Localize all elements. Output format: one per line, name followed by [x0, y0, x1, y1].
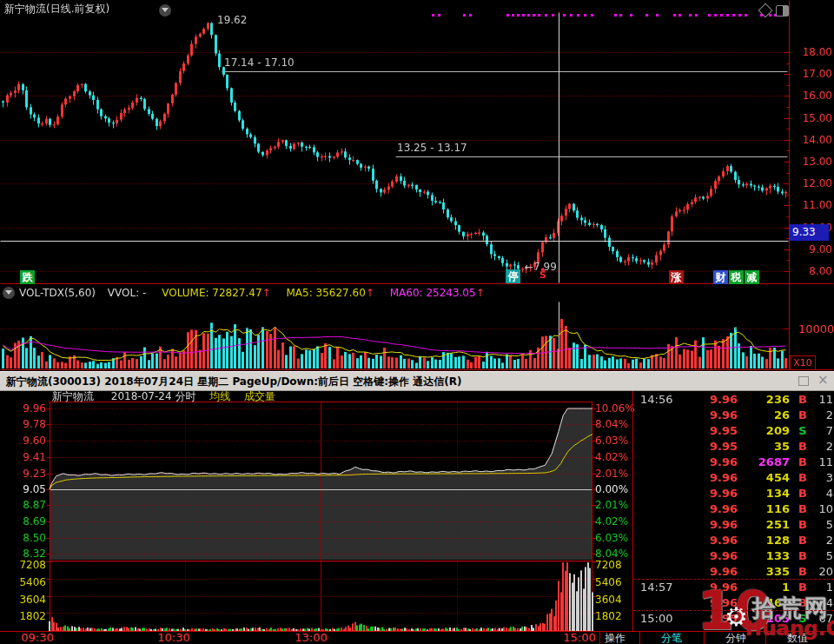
up-arrow-icon: ↑ [476, 287, 485, 299]
tick-count: 5 [807, 518, 833, 532]
tick-volume: 133 [746, 549, 790, 563]
intraday-price-label: 9.05 [0, 484, 46, 495]
intraday-price-label: 8.87 [0, 500, 46, 511]
tick-row: 15:009.951105S67 [633, 612, 834, 626]
tick-trade-list[interactable]: 14:569.96236B119.9626B29.95209S79.9535B2… [632, 391, 834, 631]
chevron-down-icon[interactable] [159, 4, 171, 17]
indicator-name[interactable]: VOL-TDX(5,60) [19, 287, 96, 299]
price-axis-label: 14.00 [789, 135, 832, 146]
tick-count: 3 [807, 471, 833, 485]
tick-price: 9.96 [668, 408, 738, 422]
tick-count: 2 [807, 408, 833, 422]
tick-count: 7 [807, 424, 833, 438]
tick-row: 9.96116B10 [633, 502, 834, 516]
tick-volume: 116 [746, 502, 790, 516]
intraday-percent-label: 6.03% [595, 435, 628, 447]
intraday-volume-label: 1802 [0, 611, 46, 622]
tick-price: 9.96 [668, 471, 738, 485]
footer-tab-数值[interactable]: 数值 [778, 632, 817, 644]
price-axis-label: 13.00 [789, 156, 832, 168]
footer-divider [599, 631, 600, 644]
intraday-price-label: 9.41 [0, 452, 46, 463]
tick-count: 14 [807, 596, 833, 610]
volume-scale-label: 10000 [798, 322, 834, 335]
tick-volume: 35 [746, 440, 790, 454]
volume-value: VOLUME: 72827.47 [162, 287, 261, 299]
footer-divider [639, 631, 640, 644]
time-axis-label: 09:30 [17, 632, 58, 644]
event-badge: 涨 [669, 270, 684, 284]
intraday-price-label: 9.23 [0, 468, 46, 480]
tick-row: 9.96251B5 [633, 518, 834, 532]
price-axis-label: 16.00 [789, 90, 832, 102]
intraday-stock-name: 新宁物流 [52, 390, 94, 402]
tick-volume: 26 [746, 408, 790, 422]
tick-count: 11 [807, 455, 833, 469]
tick-row: 9.9535B2 [633, 440, 834, 454]
tick-row: 9.96467B14 [633, 596, 834, 610]
tick-count: 2 [807, 534, 833, 548]
intraday-price-label: 9.78 [0, 419, 46, 430]
tick-volume: 454 [746, 471, 790, 485]
split-view-icon[interactable] [776, 5, 789, 17]
footer-tab-操作[interactable]: 操作 [596, 632, 634, 644]
price-axis-label: 11.00 [789, 200, 832, 211]
volume-indicator-header: VOL-TDX(5,60) VVOL: - VOLUME: 72827.47↑ … [19, 287, 485, 300]
tick-price: 9.96 [668, 549, 738, 563]
intraday-volume-label: 1802 [595, 611, 622, 622]
volume-multiplier-label: X10 [790, 355, 816, 370]
xd-marker-letter: S [537, 271, 549, 280]
tick-volume: 1105 [746, 612, 790, 626]
tick-price: 9.95 [668, 424, 738, 438]
intraday-volume-label: 5406 [0, 577, 46, 588]
tick-price: 9.96 [668, 581, 738, 594]
tick-count: 20 [807, 565, 833, 579]
intraday-volume-label: 7208 [595, 560, 622, 571]
price-axis-label: 15.00 [789, 113, 832, 124]
tick-price: 9.95 [668, 612, 738, 626]
chart-symbol-title: 新宁物流(日线.前复权) [4, 3, 109, 15]
footer-tab-分笔[interactable]: 分笔 [652, 632, 691, 644]
up-arrow-icon: ↑ [366, 287, 374, 299]
tick-price: 9.95 [668, 440, 738, 454]
up-arrow-icon: ↑ [262, 287, 271, 299]
tick-price: 9.96 [668, 455, 738, 469]
time-axis-label: 10:30 [153, 632, 195, 644]
tick-volume: 2687 [746, 455, 790, 469]
tick-price: 9.96 [668, 596, 738, 610]
footer-tab-分钟[interactable]: 分钟 [717, 632, 755, 644]
maximize-button[interactable] [798, 376, 809, 386]
intraday-percent-label: 8.04% [595, 419, 628, 430]
tick-price: 9.96 [668, 502, 738, 516]
time-axis-label: 15:00 [559, 632, 600, 644]
close-button[interactable]: × [817, 372, 829, 388]
crosshair-price-tag: 9.33 [790, 224, 829, 241]
intraday-header: 新宁物流 2018-07-24 分时 均线 成交量 [52, 391, 275, 402]
tick-count: 4 [807, 487, 833, 501]
xd-marker: ▲ S [537, 266, 549, 280]
event-badge: 税 [729, 270, 744, 284]
tick-volume: 335 [746, 565, 790, 579]
tick-price: 9.96 [668, 518, 738, 532]
vvol-value: VVOL: - [108, 287, 147, 299]
tick-count: 11 [807, 393, 833, 407]
intraday-volume-label: 5406 [595, 577, 622, 588]
footer-divider [704, 631, 705, 644]
event-badge: 减 [745, 270, 759, 284]
tick-row: 9.96335B20 [633, 565, 834, 579]
intraday-percent-label: 4.02% [595, 452, 628, 463]
legend-volume: 成交量 [244, 390, 275, 402]
event-badge: 停 [506, 269, 520, 283]
legend-avg-line: 均线 [209, 390, 230, 402]
tick-count: 1 [807, 581, 833, 594]
gap-low-annotation: 13.25 - 13.17 [397, 143, 467, 154]
price-axis-label: 12.00 [789, 178, 832, 189]
titlebar-text: 新宁物流(300013) 2018年07月24日 星期二 PageUp/Down… [6, 375, 461, 389]
intraday-percent-label: 2.01% [595, 468, 628, 480]
tick-row: 9.96128B2 [633, 534, 834, 548]
chevron-down-icon[interactable] [3, 287, 15, 299]
tick-row: 9.96133B5 [633, 549, 834, 563]
intraday-date-mode: 2018-07-24 分时 [111, 390, 196, 402]
footer-divider [765, 631, 766, 644]
intraday-price-label: 8.69 [0, 516, 46, 528]
